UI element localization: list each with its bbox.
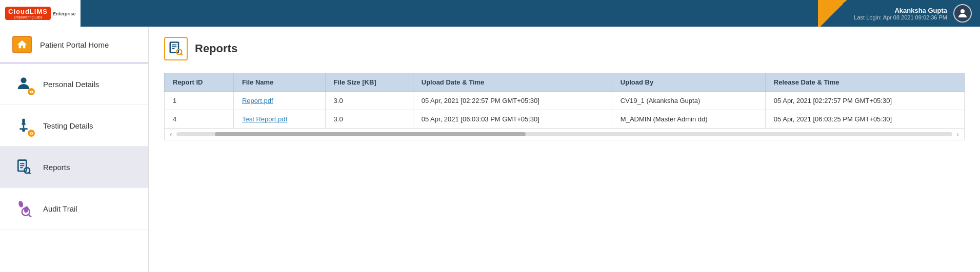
- svg-point-0: [961, 9, 965, 13]
- microscope-badge-icon: [28, 130, 35, 137]
- sidebar-item-testing-details[interactable]: Testing Details: [0, 105, 148, 147]
- cell-upload-by: M_ADMIN (Master Admin dd): [612, 110, 765, 129]
- sidebar-item-label-reports: Reports: [43, 163, 70, 172]
- user-name: Akanksha Gupta: [854, 7, 947, 14]
- eye-icon-2: [29, 131, 34, 136]
- scroll-thumb: [215, 132, 525, 136]
- col-file-size: File Size [KB]: [325, 73, 413, 92]
- header: CloudLIMS Empowering Labs Enterprise Aka…: [0, 0, 980, 27]
- reports-icon-wrap: [12, 156, 35, 178]
- sidebar-item-personal-details[interactable]: Personal Details: [0, 64, 148, 105]
- svg-point-1: [21, 77, 26, 83]
- logo-sub-text: Empowering Labs: [13, 15, 42, 19]
- reports-icon: [15, 159, 32, 175]
- cell-release-datetime: 05 Apr, 2021 [06:03:25 PM GMT+05:30]: [765, 110, 964, 129]
- col-upload-datetime: Upload Date & Time: [413, 73, 612, 92]
- file-link[interactable]: Test Report.pdf: [242, 115, 287, 123]
- last-login: Last Login: Apr 08 2021 09:02:36 PM: [854, 14, 947, 20]
- cell-upload-datetime: 05 Apr, 2021 [02:22:57 PM GMT+05:30]: [413, 92, 612, 110]
- last-login-label: Last Login:: [854, 14, 882, 20]
- scroll-track[interactable]: [176, 132, 953, 136]
- avatar[interactable]: [953, 4, 972, 23]
- table-scrollbar-row: ‹ ›: [164, 129, 965, 140]
- main-content: Reports Report ID File Name File Size [K…: [149, 27, 980, 272]
- col-report-id: Report ID: [165, 73, 234, 92]
- file-link[interactable]: Report.pdf: [242, 97, 273, 104]
- sidebar-item-reports[interactable]: Reports: [0, 147, 148, 188]
- sidebar: Patient Portal Home Personal Details: [0, 27, 149, 272]
- svg-point-10: [31, 133, 32, 134]
- table-row: 4Test Report.pdf3.005 Apr, 2021 [06:03:0…: [165, 110, 965, 129]
- col-upload-by: Upload By: [612, 73, 765, 92]
- sidebar-item-patient-portal-home[interactable]: Patient Portal Home: [0, 27, 148, 64]
- header-spacer: [81, 0, 818, 27]
- person-badge-icon: [28, 88, 35, 95]
- reports-table: Report ID File Name File Size [KB] Uploa…: [164, 73, 965, 129]
- col-file-name: File Name: [233, 73, 325, 92]
- cell-file-name[interactable]: Report.pdf: [233, 92, 325, 110]
- microscope-icon-wrap: [12, 114, 35, 137]
- page-title: Reports: [195, 42, 237, 55]
- col-release-datetime: Release Date & Time: [765, 73, 964, 92]
- table-row: 1Report.pdf3.005 Apr, 2021 [02:22:57 PM …: [165, 92, 965, 110]
- svg-rect-7: [19, 128, 28, 130]
- cell-report-id: 1: [165, 92, 234, 110]
- layout: Patient Portal Home Personal Details: [0, 27, 980, 272]
- cell-file-size: 3.0: [325, 92, 413, 110]
- table-header-row: Report ID File Name File Size [KB] Uploa…: [165, 73, 965, 92]
- sidebar-item-label-personal: Personal Details: [43, 80, 99, 89]
- cell-release-datetime: 05 Apr, 2021 [02:27:57 PM GMT+05:30]: [765, 92, 964, 110]
- scroll-left-arrow[interactable]: ‹: [168, 130, 174, 138]
- svg-point-3: [31, 91, 32, 92]
- cell-file-size: 3.0: [325, 110, 413, 129]
- header-accent: [818, 0, 849, 27]
- sidebar-item-audit-trail[interactable]: Audit Trail: [0, 188, 148, 229]
- cell-upload-by: CV19_1 (Akanksha Gupta): [612, 92, 765, 110]
- svg-point-17: [18, 200, 24, 208]
- sidebar-item-label-testing: Testing Details: [43, 121, 93, 130]
- person-icon-wrap: [12, 73, 35, 95]
- logo-area: CloudLIMS Empowering Labs Enterprise: [0, 0, 81, 27]
- audit-icon-wrap: [12, 197, 35, 220]
- cell-report-id: 4: [165, 110, 234, 129]
- scroll-right-arrow[interactable]: ›: [954, 130, 961, 138]
- page-title-row: Reports: [164, 37, 965, 60]
- cell-file-name[interactable]: Test Report.pdf: [233, 110, 325, 129]
- cell-upload-datetime: 05 Apr, 2021 [06:03:03 PM GMT+05:30]: [413, 110, 612, 129]
- home-icon-box: [12, 36, 32, 53]
- svg-rect-5: [22, 123, 26, 125]
- svg-line-16: [29, 173, 31, 174]
- logo-main-text: CloudLIMS: [8, 8, 48, 15]
- svg-rect-4: [22, 119, 25, 124]
- audit-icon: [15, 200, 32, 217]
- user-info: Akanksha Gupta Last Login: Apr 08 2021 0…: [854, 7, 947, 20]
- page-title-icon-box: [164, 37, 188, 60]
- eye-icon: [29, 90, 34, 94]
- page-title-reports-icon: [168, 41, 184, 56]
- last-login-value: Apr 08 2021 09:02:36 PM: [883, 14, 947, 20]
- avatar-icon: [956, 7, 969, 19]
- header-user-section: Akanksha Gupta Last Login: Apr 08 2021 0…: [849, 0, 980, 27]
- sidebar-item-label-audit: Audit Trail: [43, 204, 77, 213]
- home-icon: [16, 39, 28, 50]
- svg-line-20: [29, 215, 31, 217]
- logo-box: CloudLIMS Empowering Labs: [5, 7, 51, 20]
- sidebar-item-label-home: Patient Portal Home: [40, 40, 109, 49]
- svg-rect-8: [22, 130, 25, 132]
- logo-enterprise-text: Enterprise: [53, 11, 76, 16]
- svg-line-26: [181, 54, 183, 55]
